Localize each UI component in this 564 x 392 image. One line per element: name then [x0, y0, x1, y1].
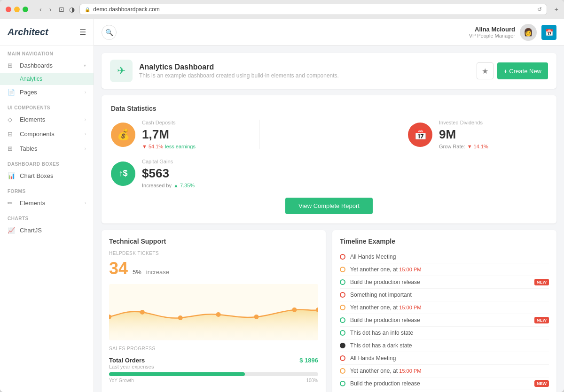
sidebar-item-chartjs[interactable]: 📈 ChartJS [0, 223, 94, 238]
close-window-button[interactable] [6, 7, 11, 12]
plus-icon: + [504, 68, 508, 75]
stat-invested-dividends: 📅 Invested Dividends 9M Grow Rate: ▼ 14.… [408, 120, 547, 149]
stat-dividends-details: Invested Dividends 9M Grow Rate: ▼ 14.1% [439, 120, 488, 149]
elements-icon: ◇ [8, 116, 16, 123]
list-item: This dot has an info state [340, 327, 549, 339]
total-orders-label: Total Orders [109, 357, 154, 364]
stat-cash-details: Cash Deposits 1,7M ▼ 54.1% less earnings [142, 120, 196, 149]
chartjs-icon: 📈 [8, 227, 16, 234]
sidebar-item-analytics[interactable]: Analytics [0, 73, 94, 85]
create-new-label: Create New [509, 68, 541, 75]
sidebar-item-elements[interactable]: ◇ Elements › [0, 112, 94, 127]
timeline-text: All Hands Meeting [350, 355, 549, 361]
top-bar: 🔍 Alina Mclourd VP People Manager 👩 📅 [94, 19, 564, 46]
back-button[interactable]: ‹ [37, 5, 45, 14]
dot-icon [340, 330, 345, 336]
chevron-right-icon-4: › [85, 146, 86, 151]
list-item: Build the production release NEW [340, 276, 549, 289]
svg-point-5 [292, 307, 297, 312]
list-item: Build the production release NEW [340, 377, 549, 390]
stat-capital-value: $563 [142, 166, 195, 181]
helpdesk-label: HELPDESK TICKETS [109, 251, 318, 256]
stat-cash-label: Cash Deposits [142, 120, 196, 125]
chevron-right-icon-3: › [85, 131, 86, 137]
timeline-panel: Timeline Example All Hands Meeting Yet a… [332, 230, 556, 392]
amount-value: 1896 [305, 357, 318, 364]
hamburger-button[interactable]: ☰ [79, 28, 86, 37]
cash-icon: 💰 [111, 123, 135, 147]
dot-icon [340, 368, 345, 374]
progress-labels: YoY Growth 100% [109, 378, 318, 383]
nav-section-forms: FORMS [0, 183, 94, 196]
arrow-down-icon: ▼ 54.1% [142, 144, 163, 149]
timeline-title: Timeline Example [340, 238, 549, 245]
less-earnings-link[interactable]: less earnings [165, 144, 196, 149]
list-item: Yet another one, at 15:00 PM [340, 365, 549, 377]
sidebar-chartjs-label: ChartJS [20, 227, 86, 234]
sidebar-item-pages[interactable]: 📄 Pages › [0, 85, 94, 100]
sales-progress-label: SALES PROGRESS [109, 346, 318, 351]
sidebar-item-dashboards[interactable]: ⊞ Dashboards ▾ [0, 58, 94, 73]
dark-mode-button[interactable]: ◑ [69, 6, 75, 13]
view-report-button[interactable]: View Complete Report [285, 198, 373, 214]
dot-icon [340, 305, 345, 310]
dot-icon [340, 343, 345, 348]
favorite-button[interactable]: ★ [477, 62, 494, 79]
sidebar-item-forms-elements[interactable]: ✏ Elements › [0, 196, 94, 210]
stat-capital-details: Capital Gains $563 Increased by ▲ 7.35% [142, 159, 195, 188]
helpdesk-number: 34 [109, 259, 128, 278]
timeline-text: Yet another one, at 15:00 PM [350, 266, 549, 273]
pages-icon: 📄 [8, 89, 16, 96]
bottom-panels: Technical Support HELPDESK TICKETS 34 5%… [102, 230, 556, 392]
create-new-button[interactable]: + Create New [497, 62, 548, 79]
address-bar[interactable]: 🔒 demo.dashboardpack.com ↺ [79, 4, 547, 15]
stats-card: Data Statistics 💰 Cash Deposits 1,7M ▼ 5… [102, 95, 556, 223]
sidebar-forms-label: Elements [20, 200, 85, 207]
new-tab-button[interactable]: + [555, 6, 558, 13]
minimize-window-button[interactable] [14, 7, 20, 12]
sidebar-pages-label: Pages [20, 89, 85, 96]
timeline-list: All Hands Meeting Yet another one, at 15… [340, 251, 549, 390]
stats-title: Data Statistics [111, 105, 547, 112]
stat-cash-deposits: 💰 Cash Deposits 1,7M ▼ 54.1% less earnin… [111, 120, 250, 149]
increased-by-label: Increased by [142, 183, 172, 188]
dashboard-header: ✈ Analytics Dashboard This is an example… [102, 53, 556, 89]
stat-divider-1 [259, 120, 260, 149]
dot-icon [340, 254, 345, 260]
browser-toolbar: ‹ › ⊡ ◑ 🔒 demo.dashboardpack.com ↺ + [0, 0, 564, 19]
forms-icon: ✏ [8, 200, 16, 207]
components-icon: ⊟ [8, 131, 16, 138]
progress-bar-background [109, 372, 318, 376]
dot-icon [340, 381, 345, 386]
svg-point-3 [216, 312, 221, 317]
traffic-lights [6, 7, 28, 12]
tables-icon: ⊞ [8, 145, 16, 152]
timeline-text: This dot has a dark state [350, 342, 549, 349]
search-button[interactable]: 🔍 [102, 25, 117, 40]
calendar-button[interactable]: 📅 [541, 25, 556, 40]
forward-button[interactable]: › [47, 5, 55, 14]
chevron-right-icon: › [85, 90, 86, 95]
dashboard-subtitle: This is an example dashboard created usi… [139, 72, 470, 79]
stat-capital-change: Increased by ▲ 7.35% [142, 183, 195, 188]
list-item: Yet another one, at 15:00 PM [340, 301, 549, 314]
timeline-text: Build the production release [350, 317, 530, 323]
sidebar-components-label: Components [20, 131, 85, 138]
timeline-text: Yet another one, at 15:00 PM [350, 304, 549, 311]
list-item: All Hands Meeting [340, 251, 549, 263]
dashboard-title: Analytics Dashboard [139, 63, 470, 71]
timeline-text: Something not important [350, 292, 549, 298]
technical-support-panel: Technical Support HELPDESK TICKETS 34 5%… [102, 230, 326, 392]
sidebar-item-components[interactable]: ⊟ Components › [0, 127, 94, 141]
reload-button[interactable]: ↺ [537, 6, 542, 13]
grow-rate-value: ▼ 14.1% [467, 144, 488, 149]
tab-sidebar-toggle[interactable]: ⊡ [59, 6, 64, 13]
maximize-window-button[interactable] [23, 7, 28, 12]
sidebar-item-chart-boxes[interactable]: 📊 Chart Boxes [0, 169, 94, 183]
sidebar-item-tables[interactable]: ⊞ Tables › [0, 141, 94, 156]
stat-cash-value: 1,7M [142, 127, 196, 142]
chevron-right-icon-2: › [85, 117, 86, 122]
dashboard-icon-box: ✈ [110, 60, 133, 82]
nav-section-ui: UI COMPONENTS [0, 100, 94, 112]
user-info: Alina Mclourd VP People Manager 👩 📅 [469, 24, 556, 41]
